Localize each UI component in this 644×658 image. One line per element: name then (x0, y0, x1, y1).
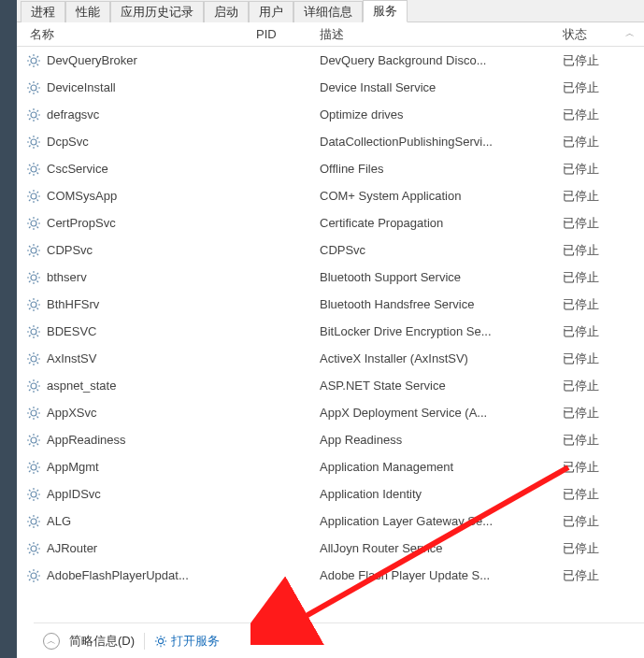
service-row[interactable]: AppXSvcAppX Deployment Service (A...已停止 (17, 399, 644, 426)
svg-line-158 (29, 517, 31, 519)
service-name-cell: aspnet_state (17, 379, 247, 393)
service-status-cell: 已停止 (553, 188, 615, 205)
tab-startup[interactable]: 启动 (204, 1, 249, 22)
service-row[interactable]: CscServiceOffline Files已停止 (17, 155, 644, 182)
service-name-cell: ALG (17, 514, 247, 529)
tab-processes[interactable]: 进程 (21, 1, 65, 22)
service-row[interactable]: DeviceInstallDevice Install Service已停止 (17, 74, 644, 101)
fewer-details-icon[interactable]: ︿ (43, 633, 60, 650)
service-status-cell: 已停止 (553, 52, 615, 69)
service-row[interactable]: bthservBluetooth Support Service已停止 (17, 264, 644, 291)
svg-line-97 (29, 335, 31, 336)
service-row[interactable]: COMSysAppCOM+ System Application已停止 (17, 182, 644, 209)
scroll-up-icon[interactable]: ︿ (625, 27, 635, 40)
svg-point-0 (31, 58, 36, 64)
svg-point-153 (31, 519, 36, 524)
service-desc-cell: Offline Files (310, 162, 553, 176)
svg-line-133 (29, 443, 31, 445)
column-header-pid[interactable]: PID (247, 27, 310, 41)
svg-line-33 (37, 145, 39, 147)
service-row[interactable]: AppReadinessApp Readiness已停止 (17, 426, 644, 453)
svg-line-68 (29, 246, 31, 248)
svg-point-99 (31, 356, 36, 362)
service-name-cell: CertPropSvc (17, 216, 247, 231)
service-row[interactable]: AppMgmtApplication Management已停止 (17, 453, 644, 480)
svg-line-113 (29, 381, 31, 383)
service-status-cell: 已停止 (553, 540, 615, 557)
service-status-cell: 已停止 (553, 378, 615, 394)
service-status-cell: 已停止 (553, 567, 615, 584)
svg-point-180 (158, 638, 163, 643)
svg-point-90 (31, 329, 36, 335)
svg-line-32 (29, 137, 31, 139)
fewer-details-link[interactable]: 简略信息(D) (69, 633, 135, 650)
svg-line-51 (37, 199, 39, 201)
service-row[interactable]: BthHFSrvBluetooth Handsfree Service已停止 (17, 291, 644, 318)
service-name: BthHFSrv (47, 297, 99, 311)
service-row[interactable]: defragsvcOptimize drives已停止 (17, 101, 644, 128)
column-header-name[interactable]: 名称 (17, 26, 247, 43)
svg-line-61 (29, 226, 31, 228)
service-name: DeviceInstall (47, 80, 116, 94)
svg-point-126 (31, 437, 36, 443)
svg-line-43 (29, 172, 31, 174)
tab-details[interactable]: 详细信息 (293, 1, 363, 22)
svg-line-168 (37, 551, 39, 553)
svg-line-87 (37, 308, 39, 309)
service-desc-cell: DevQuery Background Disco... (310, 53, 553, 67)
service-row[interactable]: DevQueryBrokerDevQuery Background Disco.… (17, 47, 644, 74)
open-services-link[interactable]: 打开服务 (154, 633, 220, 650)
service-name-cell: DcpSvc (17, 135, 247, 150)
service-status-cell: 已停止 (553, 269, 615, 286)
service-name: DcpSvc (47, 135, 89, 149)
service-row[interactable]: CertPropSvcCertificate Propagation已停止 (17, 209, 644, 236)
service-name-cell: bthserv (17, 270, 247, 285)
svg-line-185 (157, 637, 158, 637)
svg-line-15 (37, 91, 39, 93)
service-row[interactable]: BDESVCBitLocker Drive Encryption Se...已停… (17, 318, 644, 345)
separator (144, 633, 145, 650)
tab-app-history[interactable]: 应用历史记录 (110, 1, 204, 22)
service-row[interactable]: DcpSvcDataCollectionPublishingServi...已停… (17, 128, 644, 155)
tab-performance[interactable]: 性能 (65, 1, 110, 22)
svg-line-152 (37, 490, 39, 492)
service-desc-cell: Application Management (310, 460, 553, 474)
gear-icon (26, 568, 41, 583)
task-manager-window: 进程 性能 应用历史记录 启动 用户 详细信息 服务 名称 PID 描述 状态 … (0, 0, 644, 658)
column-header-status[interactable]: 状态 (553, 26, 615, 43)
service-name: CertPropSvc (47, 216, 116, 230)
service-name: CscService (47, 162, 108, 176)
service-row[interactable]: CDPSvcCDPSvc已停止 (17, 236, 644, 264)
gear-icon (26, 216, 41, 231)
service-desc-cell: AppX Deployment Service (A... (310, 406, 553, 420)
service-name-cell: AxInstSV (17, 351, 247, 366)
tab-users[interactable]: 用户 (249, 1, 293, 22)
svg-line-104 (29, 354, 31, 356)
service-row[interactable]: AdobeFlashPlayerUpdat...Adobe Flash Play… (17, 562, 644, 589)
service-row[interactable]: AxInstSVActiveX Installer (AxInstSV)已停止 (17, 345, 644, 372)
svg-point-117 (31, 410, 36, 416)
service-desc-cell: ASP.NET State Service (310, 379, 553, 393)
service-row[interactable]: aspnet_stateASP.NET State Service已停止 (17, 372, 644, 399)
svg-line-142 (29, 470, 31, 472)
svg-line-125 (37, 408, 39, 410)
svg-point-171 (31, 573, 36, 579)
column-header-description[interactable]: 描述 (310, 26, 553, 43)
svg-line-160 (29, 524, 31, 526)
svg-line-167 (29, 544, 31, 546)
gear-icon (26, 135, 41, 150)
tab-services[interactable]: 服务 (363, 0, 408, 22)
svg-point-81 (31, 302, 36, 308)
svg-line-123 (37, 416, 39, 418)
svg-line-23 (29, 110, 31, 112)
service-row[interactable]: AJRouterAllJoyn Router Service已停止 (17, 535, 644, 562)
svg-line-114 (37, 389, 39, 391)
svg-line-124 (29, 416, 31, 418)
service-row[interactable]: AppIDSvcApplication Identity已停止 (17, 480, 644, 508)
service-name-cell: DevQueryBroker (17, 53, 247, 68)
svg-line-34 (29, 145, 31, 147)
service-row[interactable]: ALGApplication Layer Gateway Se...已停止 (17, 508, 644, 535)
service-name-cell: COMSysApp (17, 189, 247, 204)
service-name: AppMgmt (47, 460, 99, 474)
tab-bar: 进程 性能 应用历史记录 启动 用户 详细信息 服务 (17, 0, 644, 22)
